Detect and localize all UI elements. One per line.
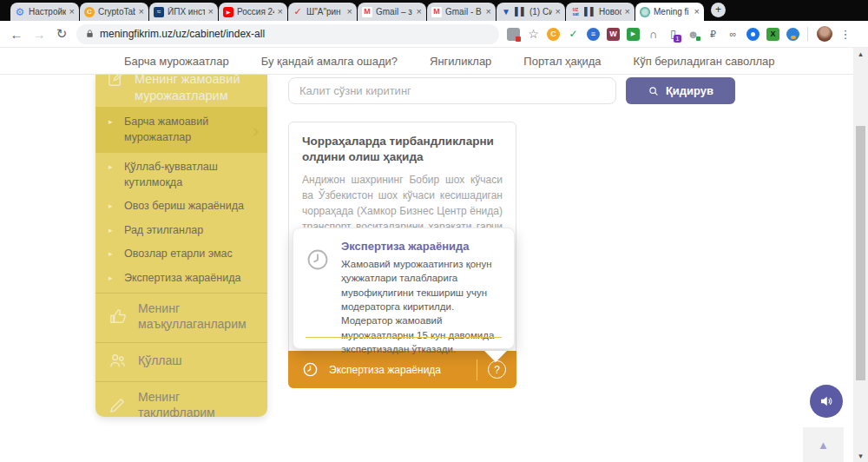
waves-icon: ≈ [154, 7, 164, 17]
sidebar: Менинг жамоавий мурожаатларим ▸ Барча жа… [95, 75, 267, 417]
extension-with-badge-icon[interactable] [504, 25, 523, 43]
infinity-extension-icon[interactable]: ∞ [724, 25, 742, 43]
sidebar-item-under-expertise[interactable]: ▸ Экспертиза жараёнида [95, 267, 267, 291]
scrollbar-thumb[interactable] [856, 126, 865, 380]
sidebar-item-label: Менинг жамоавий мурожаатларим [135, 75, 257, 103]
tooltip-rule [306, 337, 502, 338]
sidebar-item-label: Менинг маъқуллаганларим [138, 301, 255, 332]
speaker-icon [819, 393, 834, 409]
sidebar-item-voting-in-progress[interactable]: ▸ Овоз бериш жараёнида [95, 195, 267, 219]
sidebar-item-not-enough-votes[interactable]: ▸ Овозлар етарли эмас [95, 242, 267, 267]
tab-gmail-1[interactable]: M Gmail – з × [358, 3, 426, 21]
status-label: Экспертиза жараёнида [329, 364, 477, 376]
sidebar-item-support-pending[interactable]: ▸ Қўллаб-қувватлаш кутилмоқда [95, 155, 267, 195]
tab-novos[interactable]: UZsat ▌▌ Новос × [566, 3, 635, 21]
emblem-icon [640, 7, 650, 17]
tab-rossiya24[interactable]: ▶ Россия 24 × [219, 3, 287, 21]
person-check-extension-icon[interactable]: ☻ [684, 25, 702, 43]
close-icon[interactable]: × [278, 7, 283, 16]
headphones-extension-icon[interactable]: ∩ [644, 25, 662, 43]
chevron-right-icon: › [253, 118, 259, 142]
toolbar: ← → ↻ meningfikrim.uz/uz/cabinet/index-a… [0, 21, 868, 48]
sidebar-item-rejected[interactable]: ▸ Рад этилганлар [95, 219, 267, 243]
thumbs-up-icon [108, 307, 128, 327]
nav-how-it-works[interactable]: Бу қандай амалга ошади? [261, 55, 398, 68]
chat-extension-icon[interactable] [784, 25, 802, 43]
forward-button[interactable]: → [28, 27, 50, 42]
tab-sit[interactable]: ▼ ▌▌ (1) Сит × [496, 3, 565, 21]
checkmark-icon: ✓ [293, 7, 303, 17]
tab-meningfikrim-active[interactable]: Mening fi × [635, 3, 704, 21]
bookmark-star-icon[interactable]: ☆ [524, 25, 542, 43]
page-content: Менинг жамоавий мурожаатларим ▸ Барча жа… [0, 75, 853, 462]
nav-faq[interactable]: Кўп бериладиган саволлар [634, 55, 775, 68]
search-button[interactable]: Қидирув [626, 77, 735, 104]
help-icon[interactable]: ? [488, 360, 506, 379]
sidebar-item-my-approved[interactable]: Менинг маъқуллаганларим [95, 294, 267, 340]
tab-title: Настройк [29, 7, 66, 16]
new-tab-button[interactable]: + [711, 3, 726, 17]
tab-gmail-2[interactable]: M Gmail - B × [427, 3, 496, 21]
close-icon[interactable]: × [486, 7, 491, 16]
status-divider [477, 360, 477, 380]
word-extension-icon[interactable]: W [604, 25, 622, 43]
tab-title: Ш"А"рин [306, 7, 344, 16]
play-extension-icon[interactable]: ▶ [624, 25, 642, 43]
reload-button[interactable]: ↻ [50, 26, 73, 42]
pencil-icon [108, 395, 128, 415]
tab-ypx[interactable]: ≈ ЙПХ инст × [149, 3, 218, 21]
scroll-top-button[interactable]: ▲ [803, 427, 844, 462]
ruble-extension-icon[interactable]: ₽ [704, 25, 722, 43]
phone-extension-icon[interactable]: ▯1 [664, 25, 682, 43]
nav-about-portal[interactable]: Портал ҳақида [523, 55, 601, 68]
search-input[interactable] [288, 77, 616, 104]
sidebar-item-label: Қўллаш [138, 353, 182, 369]
text-to-speech-button[interactable] [810, 385, 843, 418]
sidebar-item-all-collective-appeals[interactable]: ▸ Барча жамоавий мурожаатлар › [95, 107, 267, 153]
flag-icon: ▼ [501, 7, 511, 17]
close-icon[interactable]: × [556, 7, 561, 16]
blue-dot-extension-icon[interactable] [744, 25, 762, 43]
close-icon[interactable]: × [694, 7, 700, 16]
scrollbar[interactable]: ▴ ▾ [853, 48, 868, 462]
address-bar[interactable]: meningfikrim.uz/uz/cabinet/index-all [76, 24, 499, 44]
sidebar-item-support[interactable]: Қўллаш [95, 343, 267, 379]
clock-icon [306, 248, 330, 272]
login-check-extension-icon[interactable]: ✓ [564, 25, 582, 43]
search-icon [648, 85, 660, 97]
scrollbar-down-icon[interactable]: ▾ [853, 450, 868, 462]
scrollbar-up-icon[interactable]: ▴ [853, 48, 868, 60]
tab-sharin[interactable]: ✓ Ш"А"рин × [288, 3, 357, 21]
tab-cryptotab[interactable]: C CryptoTab × [80, 3, 148, 21]
toolbar-divider [807, 27, 808, 41]
triangle-bullet-icon: ▸ [108, 248, 113, 260]
back-button[interactable]: ← [5, 27, 28, 42]
gmail-icon: M [362, 7, 372, 17]
sidebar-item-my-collective-appeals[interactable]: Менинг жамоавий мурожаатларим [95, 75, 267, 103]
close-icon[interactable]: × [69, 7, 75, 16]
browser-menu-icon[interactable]: ⋮ [838, 28, 853, 41]
tab-strip: ⚙ Настройк × C CryptoTab × ≈ ЙПХ инст × … [0, 0, 868, 21]
green-x-extension-icon[interactable]: X [764, 25, 782, 43]
status-tooltip: Экспертиза жараёнида Жамоавий мурожаатин… [293, 228, 515, 349]
close-icon[interactable]: × [208, 7, 214, 16]
close-icon[interactable]: × [417, 7, 422, 16]
gear-icon: ⚙ [15, 7, 25, 17]
cryptotab-extension-icon[interactable]: C [544, 25, 562, 43]
search-button-label: Қидирув [666, 84, 713, 97]
url-text: meningfikrim.uz/uz/cabinet/index-all [100, 28, 265, 40]
people-icon [108, 351, 128, 371]
extension-glyph: X [766, 28, 779, 41]
profile-avatar[interactable] [817, 26, 832, 42]
browsec-extension-icon[interactable]: ≡ [584, 25, 602, 43]
close-icon[interactable]: × [625, 7, 630, 16]
nav-news[interactable]: Янгиликлар [430, 55, 491, 68]
status-bar: Экспертиза жараёнида ? [288, 351, 516, 388]
toolbar-extensions: ☆ C ✓ ≡ W ▶ ∩ ▯1 ☻ ₽ ∞ X ⋮ [504, 25, 853, 43]
close-icon[interactable]: × [347, 7, 352, 16]
close-icon[interactable]: × [139, 7, 144, 16]
triangle-bullet-icon: ▸ [108, 162, 113, 173]
nav-all-appeals[interactable]: Барча мурожаатлар [124, 55, 229, 68]
tab-settings[interactable]: ⚙ Настройк × [10, 3, 79, 21]
sidebar-item-my-proposals[interactable]: Менинг таклифларим [95, 382, 267, 417]
